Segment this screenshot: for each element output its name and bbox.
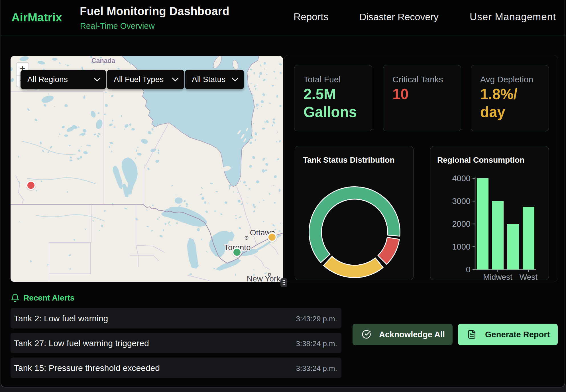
svg-text:Midwest: Midwest xyxy=(483,273,512,281)
svg-text:0: 0 xyxy=(466,265,471,274)
svg-text:West: West xyxy=(520,273,538,281)
svg-text:Canada: Canada xyxy=(91,57,115,64)
svg-text:2000: 2000 xyxy=(452,219,471,228)
svg-text:New York: New York xyxy=(247,274,281,282)
svg-text:1000: 1000 xyxy=(452,242,471,251)
svg-text:4000: 4000 xyxy=(452,174,471,183)
svg-text:3000: 3000 xyxy=(452,197,471,206)
